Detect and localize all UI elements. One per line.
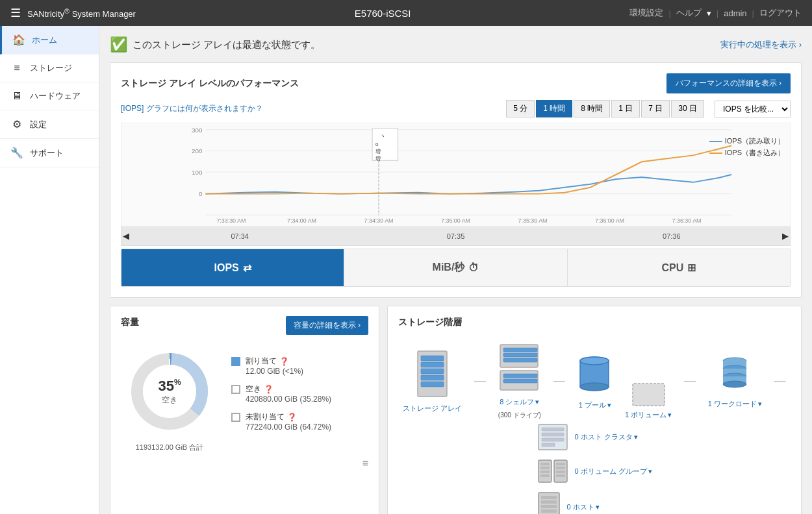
sidebar-item-storage[interactable]: ≡ ストレージ bbox=[0, 55, 99, 82]
donut-total: 1193132.00 GiB 合計 bbox=[136, 443, 204, 452]
time-btn-7day[interactable]: 7 日 bbox=[641, 100, 670, 117]
unallocated-help-icon[interactable]: ❓ bbox=[287, 413, 297, 422]
workload-svg bbox=[537, 422, 569, 452]
legend-read: IOPS（読み取り） bbox=[709, 136, 785, 146]
capacity-title: 容量 bbox=[121, 317, 139, 328]
arrow3: — bbox=[684, 374, 696, 387]
svg-rect-46 bbox=[633, 384, 665, 406]
time-btn-5min[interactable]: 5 分 bbox=[506, 100, 535, 117]
legend-write-label: IOPS（書き込み） bbox=[725, 148, 785, 158]
pool-count: 1 プール ▾ bbox=[579, 400, 611, 410]
svg-rect-55 bbox=[542, 428, 564, 431]
capacity-legend: 割り当て ❓ 12.00 GiB (<1%) 空き bbox=[231, 356, 368, 439]
metric-btn-iops[interactable]: IOPS ⇄ bbox=[121, 249, 344, 286]
running-tasks-link[interactable]: 実行中の処理を表示 › bbox=[720, 39, 802, 51]
pool-svg bbox=[577, 351, 613, 397]
volume-node: 1 ワークロード ▾ bbox=[708, 353, 762, 409]
chart-nav-left-arrow[interactable]: ◀ bbox=[123, 231, 129, 241]
mib-icon: ⏱ bbox=[468, 262, 479, 274]
svg-rect-30 bbox=[421, 369, 444, 374]
sidebar-item-support[interactable]: 🔧 サポート bbox=[0, 139, 99, 167]
capacity-footer: ≡ bbox=[121, 458, 368, 469]
svg-rect-38 bbox=[503, 374, 537, 378]
svg-text:増: 増 bbox=[375, 149, 381, 154]
svg-text:7:35:30 AM: 7:35:30 AM bbox=[518, 217, 548, 224]
svg-rect-70 bbox=[541, 496, 557, 499]
chart-nav-time1: 07:34 bbox=[231, 232, 249, 240]
svg-rect-29 bbox=[421, 362, 444, 367]
sidebar-label-support: サポート bbox=[30, 147, 64, 159]
svg-text:7:34:00 AM: 7:34:00 AM bbox=[287, 217, 316, 224]
divider2: | bbox=[717, 8, 718, 18]
shelf-sub: (300 ドライブ) bbox=[498, 411, 541, 420]
time-btn-8hour[interactable]: 8 時間 bbox=[574, 100, 610, 117]
cap-value-allocated: 12.00 GiB (<1%) bbox=[246, 367, 303, 376]
help-link[interactable]: ヘルプ bbox=[676, 7, 702, 19]
iops-compare-select[interactable]: IOPS を比較... bbox=[715, 101, 791, 117]
svg-rect-68 bbox=[556, 474, 565, 477]
status-message: ✅ このストレージ アレイは最適な状態です。 bbox=[110, 36, 320, 53]
svg-text:ヽ: ヽ bbox=[380, 133, 385, 139]
right-column: 0 ホスト クラスタ ▾ bbox=[537, 422, 652, 514]
host-svg bbox=[537, 491, 561, 514]
metric-btn-mib[interactable]: MiB/秒 ⏱ bbox=[344, 249, 567, 286]
bottom-sections: 容量 容量の詳細を表示 › bbox=[110, 306, 802, 514]
svg-rect-73 bbox=[541, 509, 557, 513]
sidebar-item-home[interactable]: 🏠 ホーム bbox=[0, 26, 99, 55]
svg-rect-62 bbox=[540, 471, 550, 473]
host-cluster-label: 0 ボリューム グループ ▾ bbox=[574, 467, 652, 476]
status-check-icon: ✅ bbox=[110, 36, 127, 53]
main-layout: 🏠 ホーム ≡ ストレージ 🖥 ハードウェア ⚙ 設定 🔧 サポート ✅ このス… bbox=[0, 26, 812, 514]
cpu-icon: ⊞ bbox=[687, 262, 696, 274]
volume-count: 1 ワークロード ▾ bbox=[708, 399, 762, 409]
hamburger-menu-icon[interactable]: ☰ bbox=[10, 6, 21, 20]
logout-link[interactable]: ログアウト bbox=[759, 7, 802, 19]
free-help-icon[interactable]: ❓ bbox=[264, 385, 273, 394]
sidebar-label-storage: ストレージ bbox=[30, 62, 72, 74]
time-buttons: 5 分 1 時間 8 時間 1 日 7 日 30 日 bbox=[506, 100, 704, 117]
storage-array-node: ストレージ アレイ bbox=[403, 348, 462, 413]
shelf-svg bbox=[498, 341, 540, 393]
metric-btn-cpu[interactable]: CPU ⊞ bbox=[568, 249, 790, 286]
cap-name-allocated: 割り当て ❓ bbox=[246, 356, 303, 367]
time-btn-1hour[interactable]: 1 時間 bbox=[536, 100, 572, 117]
cap-item-allocated: 割り当て ❓ 12.00 GiB (<1%) bbox=[231, 356, 368, 376]
allocated-help-icon[interactable]: ❓ bbox=[279, 357, 289, 366]
tier-title: ストレージ階層 bbox=[398, 317, 462, 327]
iops-info-link[interactable]: [IOPS] グラフには何が表示されますか？ bbox=[121, 103, 263, 114]
chart-nav-time2: 07:35 bbox=[447, 232, 465, 240]
chart-nav-right-arrow[interactable]: ▶ bbox=[782, 231, 789, 241]
top-navigation: ☰ SANtricity® System Manager E5760-iSCSI… bbox=[0, 0, 812, 26]
sidebar-item-settings[interactable]: ⚙ 設定 bbox=[0, 110, 99, 139]
donut-center: 35% 空き bbox=[158, 378, 181, 406]
time-btn-1day[interactable]: 1 日 bbox=[611, 100, 640, 117]
main-content: ✅ このストレージ アレイは最適な状態です。 実行中の処理を表示 › ストレージ… bbox=[99, 26, 812, 514]
status-text: このストレージ アレイは最適な状態です。 bbox=[133, 39, 320, 51]
workload-label: 0 ホスト クラスタ ▾ bbox=[574, 432, 637, 442]
list-icon[interactable]: ≡ bbox=[362, 458, 368, 469]
storage-tier-section: ストレージ階層 ストレージ アレイ bbox=[387, 306, 802, 514]
status-bar: ✅ このストレージ アレイは最適な状態です。 実行中の処理を表示 › bbox=[110, 36, 802, 53]
sidebar: 🏠 ホーム ≡ ストレージ 🖥 ハードウェア ⚙ 設定 🔧 サポート bbox=[0, 26, 99, 514]
time-btn-30day[interactable]: 30 日 bbox=[671, 100, 704, 117]
legend-read-label: IOPS（読み取り） bbox=[725, 136, 785, 146]
app-title: SANtricity® System Manager bbox=[27, 7, 136, 19]
perf-detail-button[interactable]: パフォーマンスの詳細を表示 › bbox=[666, 73, 791, 93]
svg-rect-67 bbox=[556, 471, 565, 473]
arrow1: — bbox=[474, 374, 486, 387]
chart-navigation: ◀ 07:34 07:35 07:36 ▶ bbox=[121, 226, 791, 246]
env-settings-link[interactable]: 環境設定 bbox=[629, 7, 663, 19]
capacity-detail-button[interactable]: 容量の詳細を表示 › bbox=[286, 316, 368, 335]
svg-rect-65 bbox=[556, 463, 565, 465]
host-cluster-node: 0 ボリューム グループ ▾ bbox=[537, 458, 652, 484]
cap-value-unallocated: 772240.00 GiB (64.72%) bbox=[246, 422, 331, 432]
donut-percent-value: 35% bbox=[158, 378, 181, 395]
svg-rect-66 bbox=[556, 467, 565, 469]
sidebar-item-hardware[interactable]: 🖥 ハードウェア bbox=[0, 82, 99, 110]
svg-rect-34 bbox=[503, 348, 537, 352]
svg-text:0: 0 bbox=[199, 190, 203, 197]
settings-icon: ⚙ bbox=[10, 118, 23, 130]
svg-rect-71 bbox=[541, 500, 557, 504]
admin-link[interactable]: admin bbox=[724, 8, 746, 18]
perf-header: ストレージ アレイ レベルのパフォーマンス パフォーマンスの詳細を表示 › bbox=[121, 73, 791, 93]
